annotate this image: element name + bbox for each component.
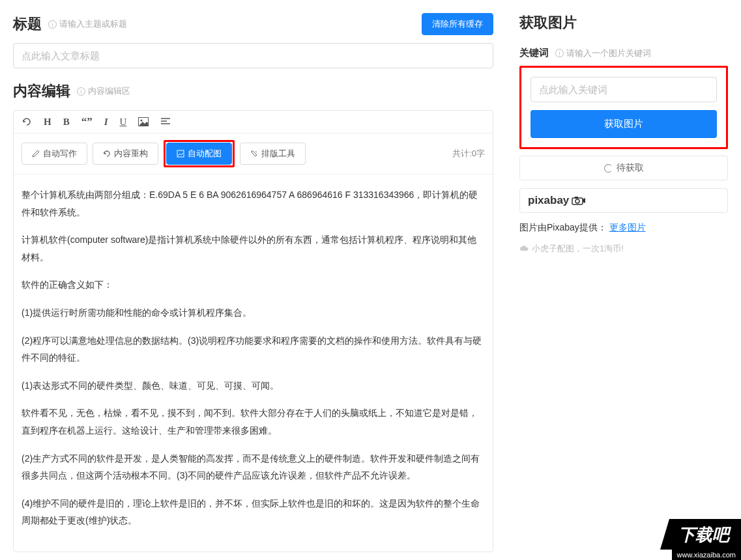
more-images-link[interactable]: 更多图片 xyxy=(609,222,646,232)
quote-icon[interactable]: “” xyxy=(81,115,93,128)
auto-image-button[interactable]: 自动配图 xyxy=(166,143,232,165)
layout-tool-button[interactable]: 排版工具 xyxy=(240,143,306,165)
italic-icon[interactable]: I xyxy=(104,117,108,128)
article-title-input[interactable] xyxy=(13,43,493,68)
title-label: 标题 xyxy=(13,14,42,34)
keyword-highlight-box: 获取图片 xyxy=(519,66,728,149)
clear-cache-button[interactable]: 清除所有缓存 xyxy=(422,13,493,35)
refresh-icon xyxy=(103,150,111,158)
paragraph: 整个计算机系统由两部分组成：E.69DA 5 E 6 BA 9062616964… xyxy=(22,186,485,221)
editor-content[interactable]: 整个计算机系统由两部分组成：E.69DA 5 E 6 BA 9062616964… xyxy=(14,175,493,552)
editor-header: 内容编辑 i 内容编辑区 xyxy=(13,81,493,101)
action-toolbar: 自动写作 内容重构 自动配图 排版工具 共计:0字 xyxy=(14,133,493,175)
credit-line: 图片由Pixabay提供： 更多图片 xyxy=(519,222,728,234)
pencil-icon xyxy=(32,150,40,158)
info-icon: i xyxy=(77,87,85,96)
heading-icon[interactable]: H xyxy=(44,117,51,128)
pixabay-provider: pixabay xyxy=(519,188,728,213)
align-icon[interactable] xyxy=(160,117,171,126)
keyword-hint: i 请输入一个图片关键词 xyxy=(555,48,651,59)
camera-icon xyxy=(572,196,586,205)
spinner-icon xyxy=(604,164,613,173)
title-header: 标题 i 请输入主题或标题 清除所有缓存 xyxy=(13,13,493,35)
keyword-input[interactable] xyxy=(530,77,717,102)
paragraph: (1)表达形式不同的硬件类型、颜色、味道、可见、可摸、可闻。 xyxy=(22,377,485,395)
image-panel-title: 获取图片 xyxy=(519,13,728,33)
paragraph: 软件看不见，无色，枯燥，看不见，摸不到，闻不到。软件大部分存在于人们的头脑或纸上… xyxy=(22,404,485,439)
paragraph: (2)生产方式不同的软件是开发，是人类智能的高发挥，而不是传统意义上的硬件制造。… xyxy=(22,450,485,484)
auto-write-button[interactable]: 自动写作 xyxy=(22,143,87,165)
auto-image-highlight: 自动配图 xyxy=(164,140,235,167)
tool-icon xyxy=(250,150,258,158)
image-icon[interactable] xyxy=(138,117,149,126)
watermark-url: www.xiazaiba.com xyxy=(672,550,741,552)
paragraph: 软件的正确含义如下： xyxy=(22,276,485,294)
paragraph: (4)维护不同的硬件是旧的，理论上软件是旧的，并不坏，但实际上软件也是旧的和坏的… xyxy=(22,495,485,529)
fetch-image-button[interactable]: 获取图片 xyxy=(530,110,717,138)
cloud-icon xyxy=(519,244,529,253)
paragraph: (1)提供运行时所需功能和性能的命令或计算机程序集合。 xyxy=(22,304,485,322)
format-toolbar: H B “” I U xyxy=(14,111,493,133)
undo-icon[interactable] xyxy=(22,117,32,127)
editor-hint: i 内容编辑区 xyxy=(77,85,130,97)
footer-tip: 小虎子配图，一次1淘币! xyxy=(519,243,728,255)
keyword-label: 关键词 xyxy=(519,47,549,59)
title-hint: i 请输入主题或标题 xyxy=(48,18,127,30)
paragraph: (2)程序可以满意地处理信息的数据结构。(3)说明程序功能要求和程序需要的文档的… xyxy=(22,332,485,367)
paragraph: 计算机软件(computer software)是指计算机系统中除硬件以外的所有… xyxy=(22,231,485,266)
editor-label: 内容编辑 xyxy=(13,81,70,101)
fetch-status: 待获取 xyxy=(519,156,728,180)
svg-point-1 xyxy=(141,120,143,122)
svg-point-7 xyxy=(575,199,579,203)
restructure-button[interactable]: 内容重构 xyxy=(93,143,158,165)
info-icon: i xyxy=(555,49,564,57)
info-icon: i xyxy=(48,20,57,29)
watermark-logo: 下载吧 xyxy=(660,519,741,550)
bold-icon[interactable]: B xyxy=(63,117,70,128)
watermark: 下载吧 www.xiazaiba.com xyxy=(660,519,741,552)
word-count: 共计:0字 xyxy=(452,148,485,160)
editor-box: H B “” I U 自动写作 内容重构 xyxy=(13,110,493,552)
underline-icon[interactable]: U xyxy=(120,117,127,128)
picture-icon xyxy=(177,150,184,158)
svg-rect-8 xyxy=(575,197,578,199)
